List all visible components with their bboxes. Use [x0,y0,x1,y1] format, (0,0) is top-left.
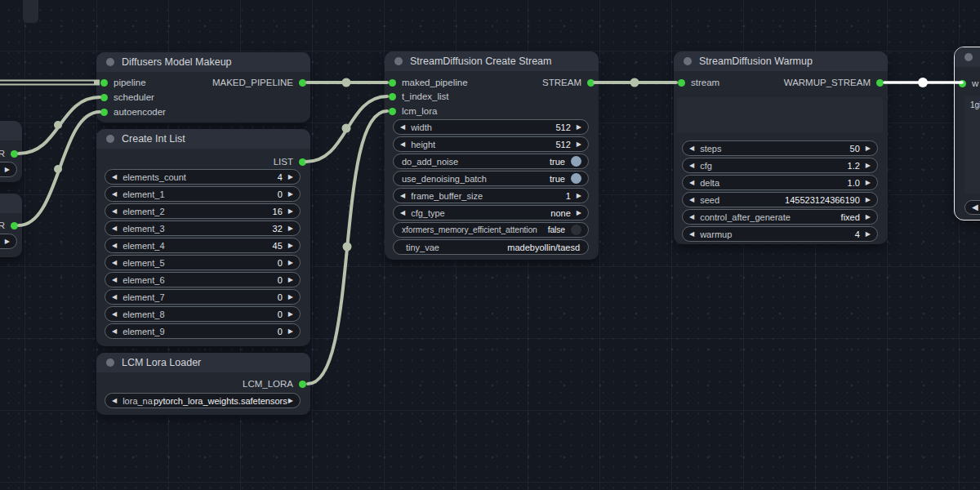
widget-lora-name[interactable]: ◀ lora_na pytorch_lora_weights.safetenso… [105,393,301,408]
stepper-left-icon[interactable]: ◀ [112,260,117,266]
widget-seed[interactable]: ◀ seed 145523124366190 ▶ [682,192,878,207]
node-left-partial-bottom[interactable]: ER ▶ [0,194,22,257]
stepper-left-icon[interactable]: ◀ [689,214,694,220]
input-port-scheduler[interactable]: scheduler [100,90,154,105]
node-header[interactable] [0,194,22,213]
stepper-right-icon[interactable]: ▶ [577,141,581,148]
widget-cfg[interactable]: ◀ cfg 1.2 ▶ [682,158,878,173]
stepper-left-icon[interactable]: ◀ [112,208,117,215]
widget-value[interactable]: 0 [278,292,283,302]
stepper-right-icon[interactable]: ▶ [288,277,293,283]
input-dot-icon[interactable] [389,79,396,87]
widget-height[interactable]: ◀ height 512 ▶ [393,136,589,152]
widget-value[interactable]: 0 [278,189,283,199]
stepper-left-icon[interactable]: ◀ [400,210,405,216]
widget-value[interactable]: 4 [855,229,860,239]
stepper-left-icon[interactable]: ◀ [689,163,694,169]
input-port-maked-pipeline[interactable]: maked_pipeline [389,75,468,90]
stepper-right-icon[interactable]: ▶ [288,294,293,301]
input-port[interactable]: w [959,76,978,91]
widget-cfg-type[interactable]: ◀ cfg_type none ▶ [393,205,589,220]
node-left-partial-top[interactable]: ER ▶ [0,121,22,182]
widget-value[interactable]: 16 [273,207,283,216]
widget-use-denoising-batch[interactable]: use_denoising_batch true [393,171,589,186]
output-port-lcm-lora[interactable]: LCM_LORA [243,376,306,391]
node-header[interactable]: StreamDiffusion Create Stream [385,51,599,71]
widget-value[interactable]: 4 [278,172,283,182]
stepper-right-icon[interactable]: ▶ [288,174,293,180]
node-header[interactable]: LCM Lora Loader [96,353,310,372]
widget-warmup[interactable]: ◀ warmup 4 ▶ [682,226,878,242]
widget-element-1[interactable]: ◀ element_1 0 ▶ [105,186,301,202]
widget-value[interactable]: 512 [555,140,570,149]
widget-value[interactable]: 1.0 [848,178,860,188]
empty-text-area[interactable] [677,97,883,133]
stepper-left-icon[interactable]: ◀ [972,203,978,212]
widget-value[interactable]: 1 [566,191,571,201]
output-dot-icon[interactable] [11,222,18,229]
stepper-right-icon[interactable]: ▶ [577,210,581,216]
stepper-right-icon[interactable]: ▶ [288,311,293,318]
widget-value[interactable]: none [550,208,570,218]
widget-value[interactable]: 45 [273,241,283,251]
stepper-right-icon[interactable]: ▶ [866,180,871,186]
widget-value[interactable]: madebyollin/taesd [507,243,580,252]
stepper-left-icon[interactable]: ◀ [112,191,117,198]
widget-element-9[interactable]: ◀ element_9 0 ▶ [105,323,301,339]
input-dot-icon[interactable] [100,79,108,87]
output-port[interactable]: ER [0,218,18,233]
toggle-knob-icon[interactable] [571,173,581,184]
stepper-right-icon[interactable]: ▶ [288,191,293,198]
stepper-right-icon[interactable]: ▶ [288,243,293,249]
input-dot-icon[interactable] [678,79,685,87]
stepper-right-icon[interactable]: ▶ [866,231,871,238]
node-streamdiffusion-create-stream[interactable]: StreamDiffusion Create Stream maked_pipe… [385,51,599,260]
stepper-left-icon[interactable]: ◀ [112,174,117,180]
node-right-partial-selected[interactable]: w 1gi ◀ [954,47,980,220]
output-dot-icon[interactable] [11,150,18,158]
input-dot-icon[interactable] [389,93,396,100]
stepper-right-icon[interactable]: ▶ [288,260,293,266]
stepper-right-icon[interactable]: ▶ [866,145,871,152]
widget-value[interactable]: 512 [555,122,570,132]
stepper-left-icon[interactable]: ◀ [400,124,405,131]
input-port-t-index-list[interactable]: t_index_list [389,89,449,104]
output-port-maked-pipeline[interactable]: MAKED_PIPELINE [212,75,306,90]
widget-value[interactable]: 145523124366190 [785,195,860,205]
output-dot-icon[interactable] [587,79,595,87]
input-dot-icon[interactable] [100,94,108,101]
widget-element-6[interactable]: ◀ element_6 0 ▶ [105,272,301,287]
widget-steps[interactable]: ◀ steps 50 ▶ [682,140,878,156]
graph-canvas[interactable]: ER ▶ ER ▶ Diffusers Model Makeup pipelin… [0,0,980,490]
stepper-left-icon[interactable]: ◀ [689,180,694,186]
toggle-knob-icon[interactable] [571,156,581,167]
widget-elements-count[interactable]: ◀ elements_count 4 ▶ [105,169,301,185]
stepper-left-icon[interactable]: ◀ [112,294,117,301]
input-port-pipeline[interactable]: pipeline [100,75,146,90]
widget-element-7[interactable]: ◀ element_7 0 ▶ [105,289,301,305]
stepper-left-icon[interactable]: ◀ [689,145,694,152]
output-dot-icon[interactable] [299,79,306,87]
stepper-left-icon[interactable]: ◀ [112,277,117,283]
output-dot-icon[interactable] [299,381,306,388]
widget-partial[interactable]: ▶ [0,162,17,177]
node-header[interactable]: StreamDiffusion Warmup [674,51,888,71]
input-dot-icon[interactable] [389,108,396,115]
input-dot-icon[interactable] [100,109,108,116]
widget-tiny-vae[interactable]: tiny_vae madebyollin/taesd [393,239,589,255]
stepper-right-icon[interactable]: ▶ [288,398,293,404]
stepper-left-icon[interactable]: ◀ [112,328,117,335]
widget-element-5[interactable]: ◀ element_5 0 ▶ [105,255,301,270]
stepper-left-icon[interactable]: ◀ [112,225,117,232]
input-port-stream[interactable]: stream [678,75,719,90]
widget-value[interactable]: pytorch_lora_weights.safetensors [153,396,288,406]
stepper-right-icon[interactable]: ▶ [288,225,293,232]
stepper-left-icon[interactable]: ◀ [400,141,405,148]
widget-value[interactable]: 0 [278,310,283,319]
output-port-stream[interactable]: STREAM [542,75,595,90]
node-diffusers-model-makeup[interactable]: Diffusers Model Makeup pipeline schedule… [96,52,310,122]
stepper-right-icon[interactable]: ▶ [577,193,581,199]
stepper-right-icon[interactable]: ▶ [288,328,293,335]
stepper-right-icon[interactable]: ▶ [288,208,293,215]
stepper-left-icon[interactable]: ◀ [112,311,117,318]
